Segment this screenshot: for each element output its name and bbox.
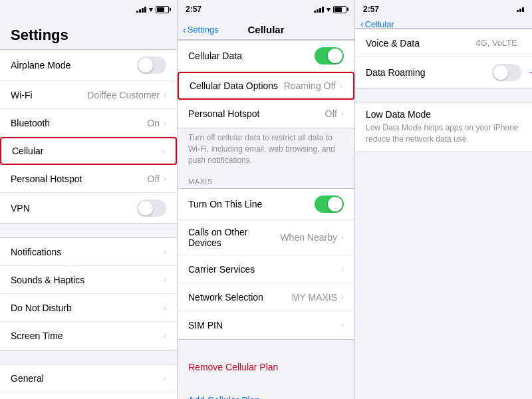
screen-time-item[interactable]: Screen Time › <box>0 322 177 350</box>
airplane-mode-label: Airplane Mode <box>11 60 137 70</box>
sounds-label: Sounds & Haptics <box>11 275 164 285</box>
carrier-services-item[interactable]: Carrier Services › <box>178 255 354 283</box>
panels-container: Settings Airplane Mode Wi-Fi Doiffee Cus… <box>0 19 532 399</box>
middle-battery-icon <box>333 6 346 13</box>
cellular-chevron-icon: › <box>162 146 165 156</box>
cellular-data-options-item[interactable]: Cellular Data Options Roaming Off › <box>178 72 354 100</box>
cellular-data-toggle[interactable] <box>315 47 344 65</box>
vpn-label: VPN <box>11 203 137 213</box>
dnd-chevron-icon: › <box>164 303 166 313</box>
cellular-info-text: Turn off cellular data to restrict all d… <box>178 128 354 174</box>
screen-time-label: Screen Time <box>11 331 164 341</box>
cellular-header: ‹ Settings Cellular <box>178 19 354 40</box>
turn-on-line-toggle[interactable] <box>315 196 344 213</box>
low-data-desc: Low Data Mode helps apps on your iPhone … <box>366 122 521 145</box>
right-status-time: 2:57 <box>363 5 379 14</box>
personal-hotspot-value: Off <box>148 174 160 184</box>
remove-cellular-plan-label: Remove Cellular Plan <box>188 362 344 372</box>
control-center-item[interactable]: Control Center › <box>0 392 177 399</box>
turn-on-line-label: Turn On This Line <box>188 199 315 209</box>
signal-icon <box>136 7 146 13</box>
battery-icon <box>156 6 169 13</box>
calls-other-devices-item[interactable]: Calls on Other Devices When Nearby › <box>178 220 354 255</box>
sim-pin-item[interactable]: SIM PIN › <box>178 311 354 339</box>
status-bar-left: ▾ <box>0 0 178 19</box>
personal-hotspot-middle-value: Off <box>325 108 337 119</box>
middle-wifi-icon: ▾ <box>327 5 331 14</box>
sim-pin-chevron-icon: › <box>341 321 344 330</box>
voice-data-item[interactable]: Voice & Data 4G, VoLTE <box>355 29 532 57</box>
cellular-back-button[interactable]: ‹ Settings <box>183 25 219 35</box>
general-label: General <box>11 373 164 384</box>
wifi-icon: ▾ <box>149 5 153 14</box>
maxis-group: Turn On This Line Calls on Other Devices… <box>178 188 354 340</box>
middle-status-time: 2:57 <box>186 5 201 14</box>
network-selection-label: Network Selection <box>188 292 292 303</box>
cellular-data-options-value: Roaming Off <box>284 80 336 91</box>
add-cellular-plan-label: Add Cellular Plan <box>188 395 344 399</box>
turn-on-line-item[interactable]: Turn On This Line <box>178 189 354 220</box>
cellular-title: Cellular <box>247 24 284 35</box>
notifications-item[interactable]: Notifications › <box>0 238 177 266</box>
network-selection-value: MY MAXIS <box>292 292 337 303</box>
cellular-options-panel: ‹ Cellular Voice & Data 4G, VoLTE Data R… <box>355 19 532 399</box>
voice-data-label: Voice & Data <box>366 38 475 49</box>
settings-panel: Settings Airplane Mode Wi-Fi Doiffee Cus… <box>0 19 178 399</box>
bluetooth-chevron-icon: › <box>164 118 166 128</box>
bluetooth-label: Bluetooth <box>11 118 147 128</box>
airplane-mode-toggle[interactable] <box>137 57 166 74</box>
add-cellular-plan-item[interactable]: Add Cellular Plan <box>178 386 354 399</box>
general-chevron-icon: › <box>164 374 166 383</box>
settings-group-1: Airplane Mode Wi-Fi Doiffee Customer › B… <box>0 49 177 224</box>
calls-other-devices-value: When Nearby <box>280 232 337 243</box>
data-roaming-item[interactable]: Data Roaming → <box>355 57 532 88</box>
options-top-group: Voice & Data 4G, VoLTE Data Roaming → <box>355 29 532 88</box>
cellular-data-item[interactable]: Cellular Data <box>178 41 354 72</box>
network-selection-chevron-icon: › <box>341 293 344 302</box>
low-data-mode-section: Low Data Mode Low Data Mode helps apps o… <box>355 102 532 152</box>
personal-hotspot-middle-label: Personal Hotspot <box>188 108 325 119</box>
cellular-data-options-label: Cellular Data Options <box>190 80 284 91</box>
notifications-chevron-icon: › <box>164 247 166 257</box>
dnd-item[interactable]: Do Not Disturb › <box>0 294 177 322</box>
sounds-item[interactable]: Sounds & Haptics › <box>0 266 177 294</box>
wifi-chevron-icon: › <box>164 90 166 100</box>
red-arrow-icon: → <box>527 64 532 81</box>
middle-signal-icon <box>314 7 324 13</box>
bluetooth-item[interactable]: Bluetooth On › <box>0 109 177 137</box>
bluetooth-value: On <box>147 118 160 128</box>
airplane-mode-item[interactable]: Airplane Mode <box>0 50 177 81</box>
wifi-label: Wi-Fi <box>11 90 87 100</box>
status-bar: ▾ 2:57 ▾ 2:57 <box>0 0 532 19</box>
data-roaming-toggle[interactable] <box>492 64 521 81</box>
carrier-services-label: Carrier Services <box>188 264 341 275</box>
sim-pin-label: SIM PIN <box>188 320 341 331</box>
vpn-item[interactable]: VPN <box>0 193 177 223</box>
remove-cellular-plan-item[interactable]: Remove Cellular Plan <box>178 353 354 381</box>
settings-title: Settings <box>0 19 177 49</box>
remove-plan-section: Remove Cellular Plan <box>178 353 354 381</box>
cellular-top-group: Cellular Data Cellular Data Options Roam… <box>178 40 354 128</box>
network-selection-item[interactable]: Network Selection MY MAXIS › <box>178 283 354 311</box>
status-bar-middle: 2:57 ▾ <box>178 0 355 19</box>
carrier-services-chevron-icon: › <box>341 265 344 274</box>
personal-hotspot-label: Personal Hotspot <box>11 174 148 184</box>
personal-hotspot-item[interactable]: Personal Hotspot Off › <box>0 165 177 193</box>
personal-hotspot-middle-chevron-icon: › <box>341 109 344 118</box>
vpn-toggle[interactable] <box>137 200 166 217</box>
left-status-icons: ▾ <box>136 5 169 14</box>
general-item[interactable]: General › <box>0 364 177 392</box>
personal-hotspot-middle-item[interactable]: Personal Hotspot Off › <box>178 100 354 128</box>
wifi-item[interactable]: Wi-Fi Doiffee Customer › <box>0 81 177 109</box>
settings-group-3: General › Control Center › Display & Bri… <box>0 364 177 399</box>
options-back-chevron-icon: ‹ <box>360 19 364 29</box>
options-back-button[interactable]: ‹ Cellular <box>360 19 394 29</box>
cellular-options-header: ‹ Cellular <box>355 19 532 29</box>
right-status-icons <box>517 7 524 12</box>
cellular-item[interactable]: Cellular › <box>0 137 177 165</box>
maxis-section-header: MAXIS <box>178 174 354 188</box>
wifi-value: Doiffee Customer <box>87 90 160 100</box>
personal-hotspot-chevron-icon: › <box>164 174 166 184</box>
screen-time-chevron-icon: › <box>164 331 166 340</box>
sounds-chevron-icon: › <box>164 275 166 285</box>
